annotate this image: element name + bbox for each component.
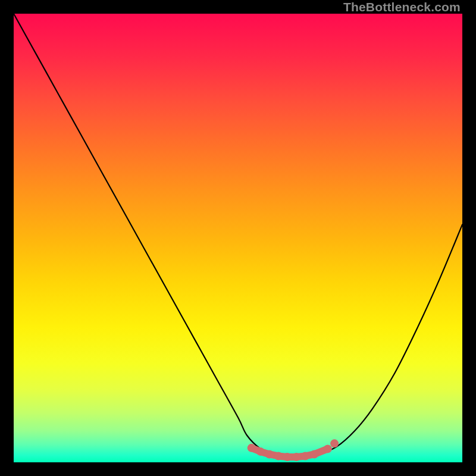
bottleneck-curve <box>14 14 462 458</box>
plot-area <box>14 14 462 462</box>
marker-dot <box>265 450 274 458</box>
watermark-text: TheBottleneck.com <box>343 0 461 14</box>
chart-svg <box>14 14 462 462</box>
marker-dot <box>310 450 318 458</box>
marker-dot <box>274 452 283 460</box>
highlight-markers <box>248 439 339 461</box>
marker-dot <box>248 444 256 452</box>
chart-frame: TheBottleneck.com <box>0 0 476 476</box>
marker-dot <box>324 444 332 453</box>
marker-dot-isolated <box>330 439 339 447</box>
marker-dot <box>256 447 265 456</box>
marker-dot <box>292 453 300 461</box>
marker-dot <box>283 453 292 461</box>
marker-dot <box>301 452 309 460</box>
